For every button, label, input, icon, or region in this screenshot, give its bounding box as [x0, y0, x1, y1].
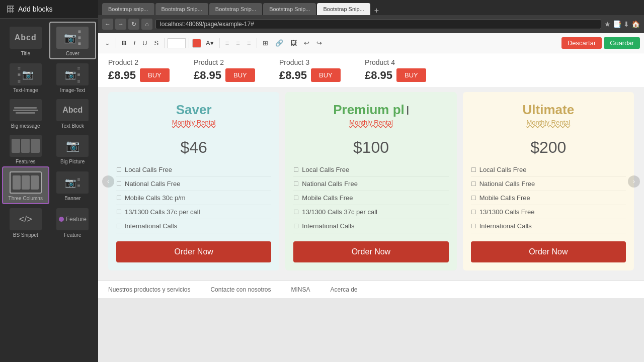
ultimate-feature-1: National Calls Free	[471, 177, 626, 191]
footer-col3: MINSA	[291, 286, 310, 293]
content-area: Product 2 £8.95 BUY Product 2 £8.95 BUY …	[98, 53, 644, 362]
sidebar-item-title[interactable]: Abcd Title	[2, 22, 49, 59]
sidebar-item-text-block[interactable]: Abcd Text Block	[49, 95, 97, 131]
toolbar-history-btn[interactable]: ⌄	[102, 38, 113, 48]
feature-label: Feature	[64, 232, 81, 238]
image-text-label: Image-Text	[60, 87, 85, 93]
main-area: Bootstrap snip... Bootstrap Snip... Boot…	[98, 0, 644, 362]
big-message-thumb	[10, 99, 42, 121]
underline-button[interactable]: U	[140, 38, 149, 48]
italic-button[interactable]: I	[131, 38, 138, 48]
sidebar-header: Add blocks	[0, 0, 98, 19]
home-button[interactable]: ⌂	[141, 19, 152, 30]
tab-4[interactable]: Bootstrap Snip...	[317, 3, 370, 15]
ol-button[interactable]: ≡	[233, 38, 243, 48]
product-4-name: Product 4	[365, 58, 395, 66]
bs-snippet-thumb: </>	[10, 208, 42, 230]
tab-1[interactable]: Bootstrap Snip...	[155, 3, 208, 15]
sidebar-item-text-image[interactable]: ≡≡≡ 📷 Text-Image	[2, 59, 49, 95]
redo-button[interactable]: ↪	[314, 38, 325, 48]
products-section: Product 2 £8.95 BUY Product 2 £8.95 BUY …	[98, 53, 644, 87]
toolbar-font-btn[interactable]: A▾	[203, 38, 216, 48]
toolbar-sep-4	[219, 38, 220, 48]
banner-thumb: 📷 ≡≡	[56, 171, 89, 194]
tab-2[interactable]: Bootstrap Snip...	[209, 3, 262, 15]
undo-button[interactable]: ↩	[301, 38, 312, 48]
text-image-label: Text-Image	[13, 87, 38, 93]
product-4: Product 4 £8.95 BUY	[365, 58, 445, 82]
ultimate-arrow-right[interactable]: ›	[628, 175, 640, 188]
saver-arrow-left[interactable]: ‹	[102, 175, 114, 188]
tabs-bar: Bootstrap snip... Bootstrap Snip... Boot…	[98, 0, 644, 15]
pricing-card-premium: Premium pl | Monthly Rental $100 Local C…	[285, 92, 456, 270]
product-2: Product 2 £8.95 BUY	[194, 58, 274, 82]
editor-toolbar: ⌄ B I U S 24 A▾ ≡ ≡ ≡ ⊞ 🔗 🖼 ↩ ↪ Descarta…	[98, 33, 644, 53]
text-block-thumb: Abcd	[56, 99, 89, 121]
text-image-thumb: ≡≡≡ 📷	[10, 63, 42, 85]
save-button[interactable]: Guardar	[604, 37, 640, 49]
features-label: Features	[16, 159, 35, 164]
sidebar-item-bs-snippet[interactable]: </> BS Snippet	[2, 204, 49, 240]
saver-title: Saver	[176, 102, 212, 118]
address-bar[interactable]	[155, 19, 601, 29]
bold-button[interactable]: B	[119, 38, 129, 48]
discard-button[interactable]: Descartar	[561, 37, 602, 49]
sidebar-item-big-message[interactable]: Big message	[2, 95, 49, 131]
ultimate-feature-0: Local Calls Free	[471, 163, 626, 177]
saver-features: Local Calls Free National Calls Free Mob…	[116, 163, 271, 233]
three-columns-thumb	[10, 171, 42, 194]
sidebar-item-features[interactable]: Features	[2, 131, 49, 166]
saver-order-button[interactable]: Order Now	[116, 241, 271, 262]
product-1-price: £8.95	[108, 69, 136, 82]
sidebar-item-image-text[interactable]: 📷 ≡≡≡ Image-Text	[49, 59, 97, 95]
product-3-price-row: £8.95 BUY	[279, 68, 341, 82]
ul-button[interactable]: ≡	[223, 38, 232, 48]
back-button[interactable]: ←	[102, 19, 113, 30]
big-message-label: Big message	[11, 123, 40, 129]
footer-col1: Nuestros productos y servicios	[108, 286, 190, 293]
premium-order-button[interactable]: Order Now	[293, 241, 448, 262]
saver-feature-0: Local Calls Free	[116, 163, 271, 177]
sidebar-title: Add blocks	[18, 5, 52, 13]
link-button[interactable]: 🔗	[273, 38, 286, 48]
product-2-buy[interactable]: BUY	[225, 68, 255, 82]
footer-bar: Nuestros productos y servicios Contacte …	[98, 281, 644, 298]
pricing-card-saver: ‹ Saver Monthly Rental $46 Local Calls F…	[108, 92, 279, 270]
image-button[interactable]: 🖼	[288, 38, 299, 48]
sidebar-item-big-picture[interactable]: 📷 Big Picture	[49, 131, 97, 166]
browser-icons: ★📑⬇🏠	[604, 20, 640, 28]
product-1-buy[interactable]: BUY	[140, 68, 170, 82]
pricing-cards: ‹ Saver Monthly Rental $46 Local Calls F…	[108, 92, 634, 270]
text-block-label: Text Block	[61, 123, 84, 129]
sidebar-item-feature[interactable]: Feature Feature	[49, 204, 97, 240]
sidebar-item-cover[interactable]: 📷 ≡≡≡ Cover	[49, 22, 97, 59]
tab-3[interactable]: Bootstrap Snip...	[263, 3, 316, 15]
pricing-card-ultimate: › Ultimate Monthly Rental $200 Local Cal…	[463, 92, 634, 270]
color-picker[interactable]	[192, 39, 201, 48]
font-size-input[interactable]: 24	[168, 38, 186, 48]
product-3-buy[interactable]: BUY	[311, 68, 341, 82]
align-button[interactable]: ≡	[245, 38, 254, 48]
strikethrough-button[interactable]: S	[151, 38, 161, 48]
bs-snippet-label: BS Snippet	[13, 232, 38, 238]
premium-title: Premium pl |	[333, 102, 409, 118]
product-3-price: £8.95	[279, 69, 307, 82]
sidebar-item-three-columns[interactable]: Three Columns	[2, 166, 49, 204]
ultimate-order-button[interactable]: Order Now	[471, 241, 626, 262]
table-button[interactable]: ⊞	[260, 38, 271, 48]
product-4-buy[interactable]: BUY	[396, 68, 426, 82]
premium-subtitle: Monthly Rental	[349, 119, 393, 126]
toolbar-sep-3	[189, 38, 189, 48]
product-1-name: Product 2	[108, 58, 138, 66]
ultimate-features: Local Calls Free National Calls Free Mob…	[471, 163, 626, 233]
new-tab-button[interactable]: +	[371, 6, 382, 15]
product-3: Product 3 £8.95 BUY	[279, 58, 360, 82]
big-picture-label: Big Picture	[60, 159, 85, 164]
tab-0[interactable]: Bootstrap snip...	[102, 3, 154, 15]
product-2-price: £8.95	[194, 69, 221, 82]
ultimate-title: Ultimate	[523, 102, 575, 118]
forward-button[interactable]: →	[115, 19, 126, 30]
grid-icon	[7, 6, 14, 13]
reload-button[interactable]: ↻	[128, 19, 139, 30]
sidebar-item-banner[interactable]: 📷 ≡≡ Banner	[49, 166, 97, 204]
